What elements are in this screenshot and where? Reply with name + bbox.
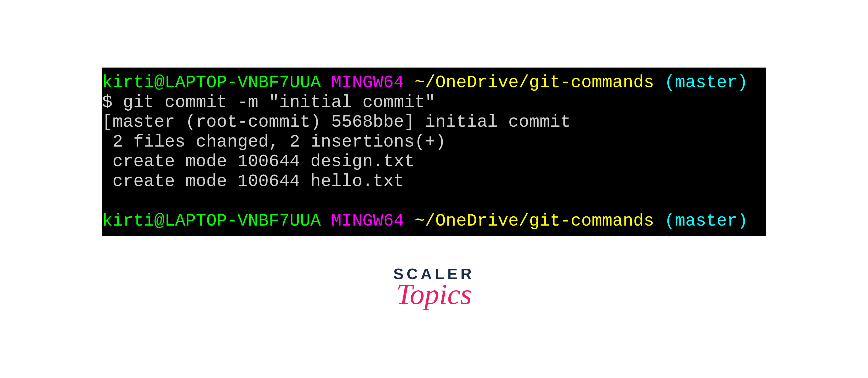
output-line: create mode 100644 design.txt — [102, 152, 766, 172]
output-line: 2 files changed, 2 insertions(+) — [102, 132, 766, 152]
logo-text-topics: Topics — [393, 278, 475, 311]
mingw-label: MINGW64 — [331, 211, 404, 231]
command-line: $ git commit -m "initial commit" — [102, 93, 766, 112]
mingw-label: MINGW64 — [331, 73, 404, 92]
blank-line — [102, 191, 766, 211]
user-host: kirti@LAPTOP-VNBF7UUA — [102, 211, 321, 231]
prompt-line-2: kirti@LAPTOP-VNBF7UUA MINGW64 ~/OneDrive… — [102, 211, 766, 231]
path-label: ~/OneDrive/git-commands — [414, 73, 654, 92]
branch-label: (master) — [664, 211, 748, 231]
path-label: ~/OneDrive/git-commands — [414, 211, 654, 231]
output-line: [master (root-commit) 5568bbe] initial c… — [102, 112, 766, 132]
prompt-line-1: kirti@LAPTOP-VNBF7UUA MINGW64 ~/OneDrive… — [102, 73, 766, 93]
output-line: create mode 100644 hello.txt — [102, 172, 766, 192]
branch-label: (master) — [664, 73, 748, 92]
terminal-window[interactable]: kirti@LAPTOP-VNBF7UUA MINGW64 ~/OneDrive… — [102, 68, 766, 236]
user-host: kirti@LAPTOP-VNBF7UUA — [102, 73, 321, 92]
scaler-logo: SCALER Topics — [393, 265, 475, 311]
